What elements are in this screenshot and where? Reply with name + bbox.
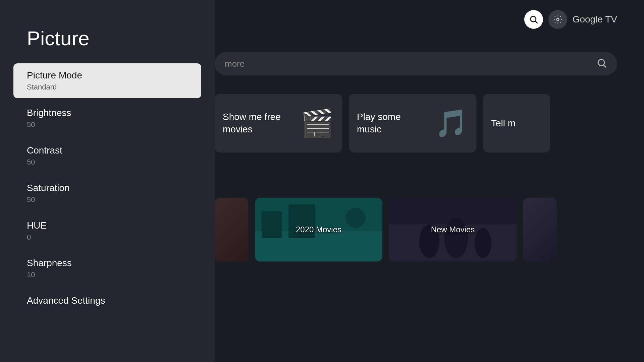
menu-item-hue[interactable]: HUE 0 [13,214,201,248]
svg-rect-7 [262,211,282,238]
sharpness-title: Sharpness [27,258,188,268]
saturation-value: 50 [27,195,188,204]
menu-item-contrast[interactable]: Contrast 50 [13,138,201,173]
settings-button[interactable] [548,10,567,29]
svg-point-9 [345,208,366,228]
menu-item-advanced-settings[interactable]: Advanced Settings [13,289,201,315]
hue-title: HUE [27,220,188,231]
voice-card-play-music[interactable]: Play some music 🎵 [349,94,476,153]
play-music-emoji: 🎵 [435,110,468,137]
play-music-text: Play some music [357,111,418,135]
contrast-title: Contrast [27,145,188,156]
free-movies-emoji: 🎬 [301,110,334,137]
svg-line-4 [604,65,606,67]
hue-value: 0 [27,233,188,242]
voice-card-free-movies[interactable]: Show me free movies 🎬 [215,94,342,153]
partial-text: Tell m [491,118,516,129]
svg-point-14 [475,228,491,258]
panel-title: Picture [0,0,215,63]
brightness-title: Brightness [27,108,188,118]
svg-line-1 [535,21,537,23]
menu-item-sharpness[interactable]: Sharpness 10 [13,251,201,286]
side-panel: Picture Picture Mode Standard Brightness… [0,0,215,362]
svg-point-2 [556,18,559,21]
advanced-settings-title: Advanced Settings [27,295,188,306]
search-button[interactable] [524,10,543,29]
brightness-value: 50 [27,120,188,129]
menu-item-saturation[interactable]: Saturation 50 [13,176,201,211]
sharpness-value: 10 [27,270,188,279]
voice-card-partial[interactable]: Tell m [483,94,550,153]
menu-item-brightness[interactable]: Brightness 50 [13,101,201,136]
movie-card-partial[interactable] [523,198,557,261]
movie-card-new[interactable]: New Movies [389,198,517,261]
search-placeholder: more [225,59,596,69]
saturation-title: Saturation [27,183,188,193]
movie-card-2020-label: 2020 Movies [296,225,341,234]
svg-point-3 [598,59,604,66]
contrast-value: 50 [27,158,188,167]
svg-point-0 [530,16,536,22]
movies-row: 2020 Movies New Movies [215,198,644,261]
svg-point-13 [444,218,468,258]
menu-item-picture-mode[interactable]: Picture Mode Standard [13,63,201,98]
search-bar-icon [596,58,607,70]
picture-mode-value: Standard [27,83,188,92]
free-movies-text: Show me free movies [223,111,284,135]
picture-mode-title: Picture Mode [27,70,188,81]
top-bar: Google TV [524,10,617,29]
movie-card-2020[interactable]: 2020 Movies [255,198,382,261]
movie-card-new-label: New Movies [431,225,475,234]
search-bar[interactable]: more [215,52,617,75]
voice-cards-row: Show me free movies 🎬 Play some music 🎵 … [215,94,644,153]
google-tv-label: Google TV [573,14,617,25]
movie-card-small[interactable] [215,198,248,261]
